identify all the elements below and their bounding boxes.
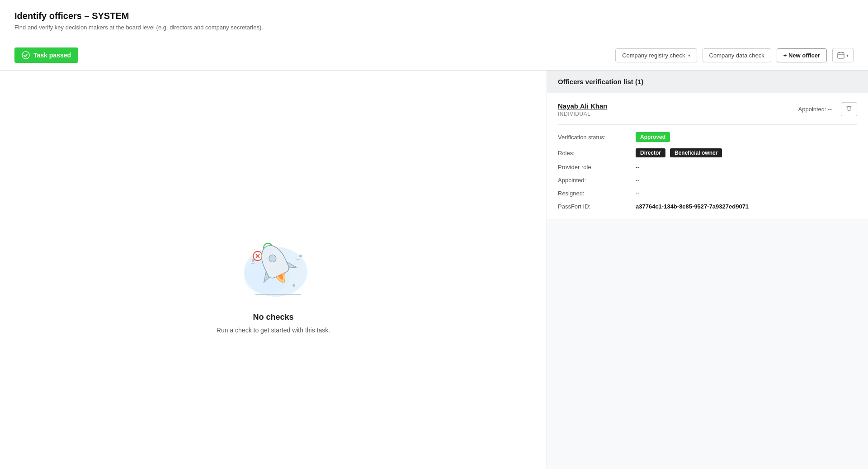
- roles-container: Director Beneficial owner: [636, 148, 725, 157]
- chevron-down-icon: ▾: [846, 53, 849, 58]
- resigned-value: --: [636, 190, 640, 197]
- svg-point-9: [292, 284, 295, 287]
- no-checks-subtitle: Run a check to get started with this tas…: [217, 327, 330, 334]
- officer-type: INDIVIDUAL: [558, 111, 607, 117]
- right-panel: Officers verification list (1) Nayab Ali…: [547, 71, 868, 469]
- delete-officer-button[interactable]: [841, 102, 857, 116]
- appointed-row: Appointed: --: [558, 177, 857, 184]
- appointed-field-label: Appointed:: [558, 177, 630, 184]
- page-title: Identify officers – SYSTEM: [14, 11, 854, 21]
- officer-info: Nayab Ali Khan INDIVIDUAL: [558, 102, 607, 117]
- passfort-id-label: PassFort ID:: [558, 203, 630, 210]
- check-circle-icon: [22, 51, 30, 59]
- roles-label: Roles:: [558, 150, 630, 156]
- provider-role-value: --: [636, 164, 640, 171]
- no-checks-illustration: [228, 222, 319, 303]
- provider-role-row: Provider role: --: [558, 164, 857, 171]
- verification-status-label: Verification status:: [558, 134, 630, 141]
- officer-name[interactable]: Nayab Ali Khan: [558, 102, 607, 110]
- svg-point-0: [22, 52, 29, 59]
- roles-row: Roles: Director Beneficial owner: [558, 148, 857, 157]
- calendar-button[interactable]: ▾: [832, 48, 854, 62]
- new-officer-button[interactable]: + New officer: [777, 48, 827, 62]
- page-subtitle: Find and verify key decision makers at t…: [14, 24, 854, 31]
- appointed-text: Appointed: --: [798, 106, 832, 113]
- main-content: No checks Run a check to get started wit…: [0, 70, 868, 469]
- trash-icon: [846, 105, 852, 112]
- svg-point-7: [252, 259, 255, 262]
- svg-rect-1: [838, 52, 844, 58]
- approved-badge: Approved: [636, 132, 670, 142]
- passfort-id-row: PassFort ID: a37764c1-134b-8c85-9527-7a9…: [558, 203, 857, 210]
- beneficial-owner-role-badge: Beneficial owner: [670, 148, 722, 157]
- director-role-badge: Director: [636, 148, 665, 157]
- officer-card-top: Nayab Ali Khan INDIVIDUAL Appointed: --: [558, 102, 857, 125]
- provider-role-label: Provider role:: [558, 164, 630, 171]
- company-registry-check-button[interactable]: Company registry check ▾: [615, 48, 697, 62]
- toolbar: Task passed Company registry check ▾ Com…: [0, 40, 868, 70]
- officer-card-top-right: Appointed: --: [798, 102, 857, 116]
- left-panel: No checks Run a check to get started wit…: [0, 71, 547, 469]
- resigned-row: Resigned: --: [558, 190, 857, 197]
- officer-details: Verification status: Approved Roles: Dir…: [558, 132, 857, 210]
- appointed-field-value: --: [636, 177, 640, 184]
- calendar-icon: [837, 52, 844, 59]
- resigned-label: Resigned:: [558, 190, 630, 197]
- officer-card: Nayab Ali Khan INDIVIDUAL Appointed: --: [547, 93, 868, 219]
- verification-status-row: Verification status: Approved: [558, 132, 857, 142]
- officers-header-title: Officers verification list (1): [558, 78, 643, 85]
- task-passed-button[interactable]: Task passed: [14, 47, 78, 63]
- company-data-check-button[interactable]: Company data check: [703, 48, 771, 62]
- svg-point-8: [299, 255, 302, 257]
- officers-verification-header: Officers verification list (1): [547, 71, 868, 93]
- no-checks-title: No checks: [253, 313, 293, 322]
- passfort-id-value: a37764c1-134b-8c85-9527-7a9327ed9071: [636, 203, 749, 210]
- chevron-down-icon: ▾: [688, 53, 690, 58]
